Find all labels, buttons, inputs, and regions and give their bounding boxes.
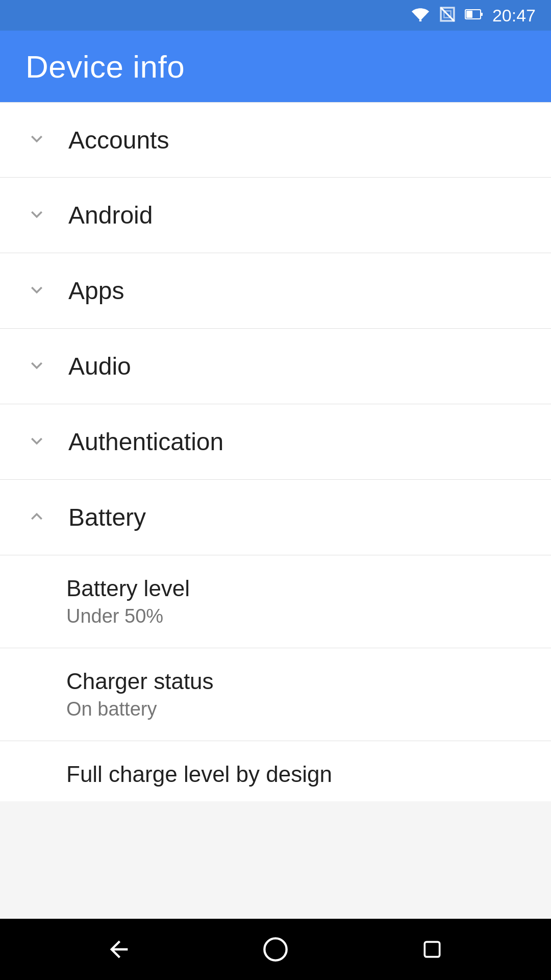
svg-point-0 (419, 19, 422, 21)
section-label-audio: Audio (68, 352, 131, 380)
section-battery: Battery Battery level Under 50% Charger … (0, 480, 551, 801)
section-label-accounts: Accounts (68, 126, 169, 154)
section-item-audio[interactable]: Audio (0, 329, 551, 404)
full-charge-item[interactable]: Full charge level by design (0, 741, 551, 801)
full-charge-title: Full charge level by design (66, 762, 525, 787)
battery-level-item[interactable]: Battery level Under 50% (0, 555, 551, 648)
charger-status-value: On battery (66, 698, 525, 720)
section-label-android: Android (68, 201, 153, 229)
section-label-battery: Battery (68, 503, 146, 531)
section-label-apps: Apps (68, 277, 124, 305)
recents-button[interactable] (402, 919, 463, 980)
app-bar: Device info (0, 31, 551, 102)
chevron-up-icon-battery (26, 505, 48, 530)
section-item-android[interactable]: Android (0, 178, 551, 253)
section-label-authentication: Authentication (68, 428, 223, 456)
chevron-down-icon-apps (26, 279, 48, 303)
svg-rect-4 (481, 13, 483, 16)
charger-status-item[interactable]: Charger status On battery (0, 648, 551, 741)
status-icons: 20:47 (411, 6, 536, 26)
status-bar: 20:47 (0, 0, 551, 31)
main-content: Accounts Android Apps Audio (0, 102, 551, 919)
nav-bar (0, 919, 551, 980)
home-button[interactable] (245, 919, 306, 980)
svg-point-6 (264, 938, 286, 960)
page-title: Device info (26, 48, 185, 85)
chevron-down-icon-accounts (26, 128, 48, 152)
svg-line-2 (441, 8, 455, 21)
charger-status-title: Charger status (66, 669, 525, 694)
chevron-down-icon-authentication (26, 430, 48, 454)
back-button[interactable] (88, 919, 149, 980)
svg-rect-5 (466, 11, 472, 18)
wifi-icon (411, 7, 430, 23)
chevron-down-icon-android (26, 203, 48, 228)
chevron-down-icon-audio (26, 354, 48, 379)
svg-rect-7 (424, 942, 439, 957)
battery-icon (465, 7, 483, 23)
status-time: 20:47 (492, 6, 536, 26)
section-item-apps[interactable]: Apps (0, 253, 551, 329)
battery-level-value: Under 50% (66, 605, 525, 627)
battery-sub-items: Battery level Under 50% Charger status O… (0, 555, 551, 801)
section-item-authentication[interactable]: Authentication (0, 404, 551, 480)
battery-level-title: Battery level (66, 576, 525, 601)
section-item-accounts[interactable]: Accounts (0, 102, 551, 178)
section-item-battery[interactable]: Battery (0, 480, 551, 555)
sim-icon (439, 6, 456, 24)
